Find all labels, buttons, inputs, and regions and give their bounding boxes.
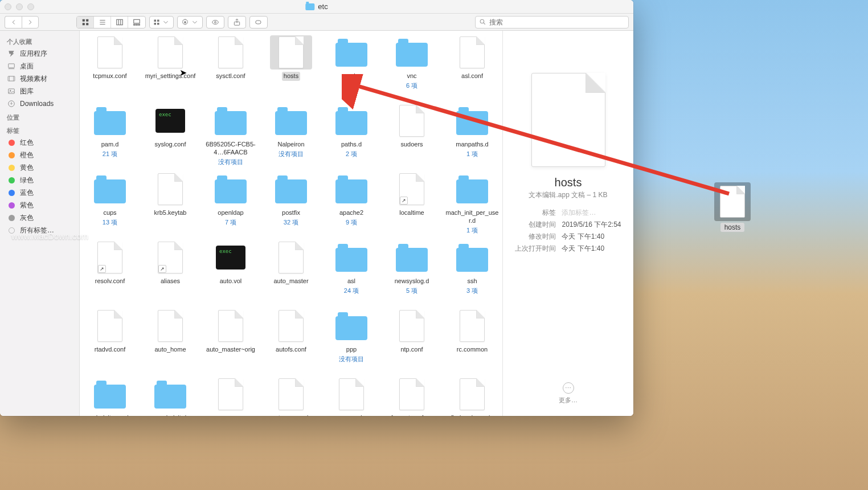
- sidebar-item[interactable]: 所有标签…: [0, 224, 79, 236]
- file-item[interactable]: ppp没有项目: [321, 309, 382, 373]
- file-item[interactable]: postfix32 项: [261, 172, 321, 236]
- file-item-label: openldap: [216, 209, 245, 218]
- file-item-label: hosts: [282, 72, 300, 81]
- file-area[interactable]: tcpmux.confmyri_settings.confsysctl.conf…: [80, 31, 502, 416]
- folder-icon: [94, 179, 126, 203]
- sidebar-item[interactable]: 橙色: [0, 149, 79, 161]
- sidebar-item[interactable]: 绿色: [0, 174, 79, 186]
- tag-dot-icon: [7, 214, 16, 222]
- desktop-item-hosts[interactable]: hosts: [714, 182, 751, 232]
- file-item-subtitle: 21 项: [103, 150, 117, 158]
- file-item[interactable]: execsyslog.conf: [140, 104, 200, 168]
- file-icon: [218, 378, 243, 410]
- file-item[interactable]: afpovertcp.cfg~or: [382, 377, 442, 416]
- file-item[interactable]: asl.conf: [442, 35, 502, 99]
- file-item[interactable]: ↗aliases: [140, 240, 200, 304]
- file-item[interactable]: manpaths.d1 项: [442, 104, 502, 168]
- file-item[interactable]: hosts: [261, 35, 321, 99]
- file-item[interactable]: autofs.conf: [261, 309, 321, 373]
- sidebar-item[interactable]: 应用程序: [0, 47, 79, 60]
- share-button[interactable]: [228, 16, 246, 28]
- file-item[interactable]: krb5.keytab: [140, 172, 200, 236]
- file-item[interactable]: pam.d21 项: [80, 104, 140, 168]
- svg-point-23: [480, 19, 484, 23]
- sidebar-item[interactable]: 蓝色: [0, 186, 79, 199]
- quicklook-button[interactable]: [206, 16, 224, 28]
- preview-meta-value: 2019/5/16 下午2:54: [562, 220, 621, 230]
- file-item[interactable]: auto_home: [140, 309, 200, 373]
- file-item[interactable]: apache29 项: [321, 172, 382, 236]
- sidebar-item[interactable]: 桌面: [0, 60, 79, 72]
- tag-dot-icon: [7, 201, 16, 209]
- file-item[interactable]: ssh3 项: [442, 240, 502, 304]
- folder-icon: [215, 179, 247, 203]
- icon-view-button[interactable]: [77, 17, 94, 28]
- column-view-button[interactable]: [111, 17, 128, 28]
- svg-rect-2: [82, 23, 84, 25]
- tag-dot-icon: [7, 138, 16, 146]
- action-button[interactable]: [177, 16, 203, 28]
- file-item[interactable]: openldap7 项: [200, 172, 261, 236]
- sidebar-item[interactable]: 红色: [0, 136, 79, 149]
- file-item[interactable]: paths.d2 项: [321, 104, 382, 168]
- preview-meta-key: 修改时间: [515, 232, 556, 242]
- file-item[interactable]: find.codes~orig: [442, 377, 502, 416]
- file-item[interactable]: cups13 项: [80, 172, 140, 236]
- more-icon: ⋯: [563, 382, 574, 394]
- file-item-label: aliases: [159, 277, 182, 286]
- file-item[interactable]: vnc6 项: [382, 35, 442, 99]
- preview-more[interactable]: ⋯ 更多…: [559, 382, 578, 405]
- minimize-button[interactable]: [16, 3, 23, 10]
- file-item[interactable]: master.passwd~o: [261, 377, 321, 416]
- file-item[interactable]: mach_init_per_user.d1 项: [442, 172, 502, 236]
- gallery-view-button[interactable]: [128, 17, 145, 28]
- file-item[interactable]: mach_init_per_log: [80, 377, 140, 416]
- file-item[interactable]: auto_master~orig: [200, 309, 261, 373]
- file-item[interactable]: myri_settings.conf: [140, 35, 200, 99]
- file-item-subtitle: 没有项目: [218, 158, 243, 166]
- folder-icon: [154, 385, 186, 409]
- file-item[interactable]: sysctl.conf: [200, 35, 261, 99]
- preview-meta-value[interactable]: 添加标签…: [562, 208, 621, 218]
- forward-button[interactable]: [22, 16, 39, 28]
- sidebar-item[interactable]: 灰色: [0, 211, 79, 224]
- file-item[interactable]: newsyslog.d5 项: [382, 240, 442, 304]
- file-item[interactable]: rc.common: [442, 309, 502, 373]
- file-item[interactable]: ↗localtime: [382, 172, 442, 236]
- file-item[interactable]: execauto.vol: [200, 240, 261, 304]
- preview-meta-value: 今天 下午1:40: [562, 244, 621, 254]
- search-field[interactable]: [475, 16, 629, 28]
- close-button[interactable]: [5, 3, 11, 10]
- alias-badge-icon: ↗: [98, 265, 106, 273]
- alias-badge-icon: ↗: [400, 197, 408, 205]
- sidebar-item[interactable]: 图库: [0, 85, 79, 97]
- tag-button[interactable]: [249, 16, 268, 28]
- file-item-label: autofs.conf: [274, 345, 308, 354]
- file-item[interactable]: Nalpeiron没有项目: [261, 104, 321, 168]
- file-item[interactable]: group: [200, 377, 261, 416]
- file-item[interactable]: tcpmux.conf: [80, 35, 140, 99]
- file-item[interactable]: rtadvd.conf: [80, 309, 140, 373]
- file-item[interactable]: auto_master: [261, 240, 321, 304]
- sidebar-item[interactable]: 紫色: [0, 199, 79, 211]
- file-item[interactable]: ntp.conf: [382, 309, 442, 373]
- desktop-icon-selected: [714, 182, 751, 221]
- sidebar-item[interactable]: 黄色: [0, 161, 79, 174]
- search-input[interactable]: [489, 18, 625, 26]
- file-item[interactable]: mach_init.d: [140, 377, 200, 416]
- file-item-subtitle: 7 项: [225, 218, 236, 227]
- zoom-button[interactable]: [27, 3, 34, 10]
- arrange-button[interactable]: [149, 16, 174, 28]
- file-item[interactable]: ssl4 项: [321, 35, 382, 99]
- preview-meta-key: 标签: [515, 208, 556, 218]
- file-item[interactable]: sudoers: [382, 104, 442, 168]
- sidebar-item[interactable]: 视频素材: [0, 72, 79, 85]
- file-item[interactable]: passwd: [321, 377, 382, 416]
- file-item[interactable]: asl24 项: [321, 240, 382, 304]
- back-button[interactable]: [5, 16, 22, 28]
- file-icon: [158, 310, 183, 342]
- sidebar-item[interactable]: Downloads: [0, 97, 79, 110]
- file-item[interactable]: ↗resolv.conf: [80, 240, 140, 304]
- file-item[interactable]: 6B95205C-FCB5-4…6FAACB没有项目: [200, 104, 261, 168]
- list-view-button[interactable]: [94, 17, 111, 28]
